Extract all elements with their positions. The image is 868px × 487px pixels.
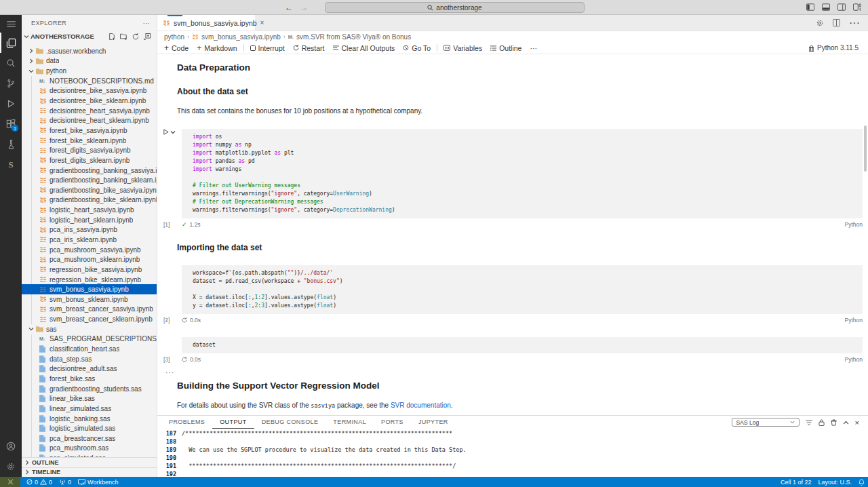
refresh-icon[interactable]	[132, 33, 139, 40]
tree-item[interactable]: gradientboosting_bike_sasviya.ipynb	[22, 185, 157, 195]
panel-tab-problems[interactable]: PROBLEMS	[161, 416, 212, 429]
markdown-paragraph[interactable]: This data set contains the bonuses for 1…	[177, 106, 868, 115]
output-channel-select[interactable]: SAS Log	[732, 418, 800, 427]
layout-status[interactable]: Layout: U.S.	[814, 479, 855, 486]
outline-button[interactable]: Outline	[486, 44, 526, 52]
tree-item[interactable]: forest_digits_sklearn.ipynb	[22, 155, 157, 165]
tree-item[interactable]: logistic_banking.sas	[22, 414, 157, 424]
tree-item[interactable]: decisiontree_bike_sklearn.ipynb	[22, 96, 157, 106]
tree-item[interactable]: pca_mushroom_sasviya.ipynb	[22, 245, 157, 255]
timeline-section[interactable]: TIMELINE	[22, 467, 157, 478]
tree-item[interactable]: regression_bike_sasviya.ipynb	[22, 265, 157, 275]
explorer-more-icon[interactable]: ···	[143, 20, 150, 26]
new-folder-icon[interactable]	[120, 33, 127, 40]
clear-output-icon[interactable]	[831, 419, 837, 426]
toggle-secondary-sidebar-icon[interactable]	[837, 3, 846, 11]
breadcrumb-heading[interactable]: svm.SVR from SAS® Viya® on Bonus	[296, 33, 411, 41]
editor-more-icon[interactable]: ···	[849, 17, 860, 29]
markdown-heading[interactable]: Data Preparation	[177, 62, 868, 73]
cell-language[interactable]: Python	[845, 356, 863, 363]
panel-tab-jupyter[interactable]: JUPYTER	[411, 416, 456, 429]
tree-item[interactable]: classification_heart.sas	[22, 344, 157, 354]
nav-forward-icon[interactable]: →	[300, 2, 308, 13]
run-cell-button[interactable]	[163, 129, 176, 135]
split-editor-icon[interactable]	[833, 19, 840, 26]
code-cell[interactable]: workspace=f'{os.path.abspath("")}/../dat…	[182, 265, 863, 314]
editor-scrollbar[interactable]	[864, 125, 867, 172]
tree-item[interactable]: pca_iris_sasviya.ipynb	[22, 225, 157, 235]
tree-item[interactable]: gradientboosting_bike_sklearn.ipynb	[22, 195, 157, 206]
interrupt-button[interactable]: Interrupt	[246, 44, 289, 52]
cell-language[interactable]: Python	[845, 221, 863, 228]
tree-item[interactable]: regression_bike_sklearn.ipynb	[22, 275, 157, 285]
panel-tab-ports[interactable]: PORTS	[374, 416, 411, 429]
tree-item[interactable]: M↓SAS_PROGRAM_DESCRIPTIONS.md	[22, 334, 157, 345]
code-cell[interactable]: import osimport numpy as npimport matplo…	[182, 129, 863, 218]
tree-item[interactable]: gradientboosting_students.sas	[22, 384, 157, 394]
kernel-picker[interactable]: Python 3.11.5	[808, 44, 868, 52]
tree-item[interactable]: python	[22, 66, 157, 76]
tree-item[interactable]: decisiontree_heart_sasviya.ipynb	[22, 106, 157, 116]
tree-item[interactable]: forest_bike_sklearn.ipynb	[22, 136, 157, 146]
editor-settings-gear-icon[interactable]	[816, 19, 824, 27]
ports-status[interactable]: 0	[56, 477, 75, 487]
maximize-panel-icon[interactable]	[843, 421, 849, 425]
close-panel-icon[interactable]: ×	[855, 419, 859, 426]
tree-item[interactable]: pca_iris_sklearn.ipynb	[22, 235, 157, 245]
cell-language[interactable]: Python	[845, 317, 863, 324]
tree-item[interactable]: pca_mushroom_sklearn.ipynb	[22, 254, 157, 265]
remote-indicator[interactable]	[0, 477, 20, 487]
breadcrumb-file[interactable]: svm_bonus_sasviya.ipynb	[201, 33, 281, 41]
tree-item[interactable]: logistic_simulated.sas	[22, 423, 157, 433]
workspace-root[interactable]: ANOTHERSTORAGE	[22, 31, 157, 41]
sidebar-item-source-control[interactable]	[0, 73, 22, 94]
output-log[interactable]: 187/************************************…	[157, 429, 868, 477]
tree-item[interactable]: gradientboosting_banking_sasviya.i...	[22, 165, 157, 176]
tree-item[interactable]: gradientboosting_banking_sklearn.ip...	[22, 175, 157, 185]
tree-item[interactable]: pca_mushroom.sas	[22, 444, 157, 454]
tree-item[interactable]: svm_bonus_sasviya.ipynb	[22, 284, 157, 294]
sidebar-item-extensions[interactable]: 1	[0, 114, 22, 134]
tree-item[interactable]: decisiontree_adult.sas	[22, 364, 157, 374]
outline-section[interactable]: OUTLINE	[22, 457, 157, 467]
add-markdown-button[interactable]: +Markdown	[193, 44, 241, 52]
cell-position-status[interactable]: Cell 1 of 22	[777, 479, 815, 486]
code-editor[interactable]: import osimport numpy as npimport matplo…	[182, 129, 863, 218]
tree-item[interactable]: forest_bike.sas	[22, 374, 157, 384]
code-editor[interactable]: dataset	[182, 337, 863, 353]
tree-item[interactable]: data_step.sas	[22, 354, 157, 364]
workbench-status[interactable]: Workbench	[75, 477, 121, 487]
restart-button[interactable]: Restart	[289, 44, 329, 52]
tree-item[interactable]: forest_digits_sasviya.ipynb	[22, 145, 157, 155]
add-code-button[interactable]: +Code	[160, 44, 193, 52]
tree-item[interactable]: logistic_heart_sasviya.ipynb	[22, 205, 157, 215]
sidebar-item-testing[interactable]	[0, 134, 22, 155]
command-center-search[interactable]: anotherstorage	[325, 2, 585, 13]
nav-back-icon[interactable]: ←	[285, 2, 293, 13]
notifications-bell[interactable]	[855, 479, 868, 486]
sidebar-item-explorer[interactable]	[0, 33, 22, 53]
sidebar-item-search[interactable]	[0, 53, 22, 73]
markdown-heading[interactable]: Importing the data set	[177, 243, 868, 253]
clear-all-outputs-button[interactable]: Clear All Outputs	[329, 44, 399, 52]
variables-button[interactable]: Variables	[439, 44, 486, 52]
sidebar-item-sas[interactable]: S	[0, 155, 22, 175]
markdown-paragraph[interactable]: For details about using the SVR class of…	[177, 401, 868, 410]
collapsed-cell-indicator[interactable]: ···	[165, 370, 868, 376]
menu-icon[interactable]	[0, 15, 22, 33]
problems-status[interactable]: 0 0	[23, 477, 56, 487]
tree-item[interactable]: decisiontree_heart_sklearn.ipynb	[22, 115, 157, 125]
tree-item[interactable]: forest_bike_sasviya.ipynb	[22, 125, 157, 136]
tree-item[interactable]: svm_breast_cancer_sklearn.ipynb	[22, 314, 157, 324]
tab-svm-bonus-sasviya[interactable]: svm_bonus_sasviya.ipynb ×	[157, 15, 255, 31]
customize-layout-icon[interactable]	[853, 3, 861, 11]
code-cell[interactable]: dataset	[182, 337, 863, 353]
filter-icon[interactable]	[806, 420, 812, 425]
tree-item[interactable]: sas	[22, 324, 157, 334]
new-file-icon[interactable]	[108, 33, 115, 40]
tree-item[interactable]: linear_simulated.sas	[22, 404, 157, 414]
markdown-heading[interactable]: Building the Support Vector Regression M…	[177, 381, 868, 391]
doc-link[interactable]: SVR documentation	[391, 402, 451, 409]
panel-tab-debug-console[interactable]: DEBUG CONSOLE	[254, 416, 326, 429]
settings-gear-icon[interactable]	[0, 456, 22, 477]
